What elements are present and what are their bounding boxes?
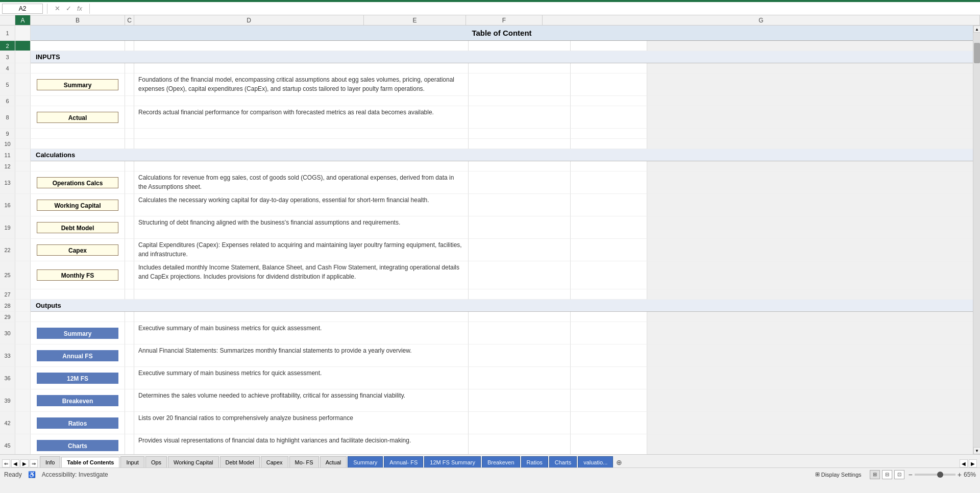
tab-actual[interactable]: Actual — [320, 456, 347, 467]
12m-fs-button[interactable]: 12M FS — [37, 373, 118, 384]
cell-a2[interactable] — [15, 41, 31, 51]
add-sheet-button[interactable]: ⊕ — [614, 457, 624, 467]
zoom-out-button[interactable]: − — [909, 471, 913, 479]
confirm-icon[interactable]: ✓ — [64, 5, 73, 12]
scrollbar-track[interactable] — [973, 33, 980, 447]
cell-b19[interactable]: Debt Model — [31, 216, 125, 239]
tab-charts[interactable]: Charts — [549, 456, 577, 467]
cell-b16[interactable]: Working Capital — [31, 194, 125, 216]
row-working-capital: 16 Working Capital Calculates the necess… — [0, 194, 973, 216]
tab-first-button[interactable]: ⇐ — [2, 459, 10, 467]
cell-b5[interactable]: Summary — [31, 73, 125, 96]
ratios-button[interactable]: Ratios — [37, 417, 118, 429]
zoom-in-button[interactable]: + — [958, 471, 962, 479]
row-actual-inputs: 8 Actual Records actual financial perfor… — [0, 106, 973, 129]
scroll-down-button[interactable]: ▼ — [973, 447, 980, 454]
tab-debt-model[interactable]: Debt Model — [220, 456, 260, 467]
vertical-scrollbar[interactable]: ▲ ▼ — [973, 26, 980, 454]
cell-b30[interactable]: Summary — [31, 322, 125, 344]
cell-b22[interactable]: Capex — [31, 239, 125, 261]
cell-f4 — [571, 63, 647, 73]
col-header-g[interactable]: G — [543, 15, 980, 25]
cell-f36 — [571, 367, 647, 389]
row-num-2: 2 — [0, 41, 15, 51]
tab-ops[interactable]: Ops — [145, 456, 167, 467]
scrollbar-thumb[interactable] — [974, 43, 980, 63]
tab-ratios[interactable]: Ratios — [521, 456, 548, 467]
accessibility-text[interactable]: Accessibility: Investigate — [42, 471, 108, 478]
cell-b39[interactable]: Breakeven — [31, 389, 125, 412]
zoom-slider-thumb[interactable] — [937, 472, 943, 478]
cell-b9 — [31, 129, 125, 139]
capex-button[interactable]: Capex — [37, 244, 118, 256]
charts-button[interactable]: Charts — [37, 440, 118, 451]
cell-f30 — [571, 322, 647, 344]
annual-fs-button[interactable]: Annual FS — [37, 350, 118, 361]
col-header-b[interactable]: B — [31, 15, 125, 25]
cancel-icon[interactable]: ✕ — [53, 5, 62, 12]
cell-a13 — [15, 171, 31, 194]
summary-inputs-button[interactable]: Summary — [37, 79, 118, 90]
row-num-6: 6 — [0, 96, 15, 106]
tab-next-button[interactable]: ▶ — [20, 459, 29, 467]
debt-model-button[interactable]: Debt Model — [37, 222, 118, 233]
monthly-fs-button[interactable]: Monthly FS — [37, 269, 118, 281]
cell-f19 — [571, 216, 647, 239]
cell-b8[interactable]: Actual — [31, 106, 125, 129]
tab-annual-fs[interactable]: Annual- FS — [384, 456, 423, 467]
breakeven-button[interactable]: Breakeven — [37, 395, 118, 406]
tab-prev-button[interactable]: ◀ — [11, 459, 19, 467]
scroll-up-button[interactable]: ▲ — [973, 26, 980, 33]
zoom-level[interactable]: 65% — [964, 471, 976, 478]
actual-inputs-button[interactable]: Actual — [37, 112, 118, 123]
cell-d30: Executive summary of main business metri… — [134, 322, 469, 344]
tab-valuation[interactable]: valuatio... — [578, 456, 613, 467]
col-header-f[interactable]: F — [466, 15, 543, 25]
zoom-slider[interactable] — [915, 474, 955, 476]
page-layout-button[interactable]: ⊟ — [882, 470, 892, 479]
summary-outputs-button[interactable]: Summary — [37, 328, 118, 339]
cell-b42[interactable]: Ratios — [31, 412, 125, 434]
tab-table-of-contents[interactable]: Table of Contents — [61, 457, 119, 467]
tab-last-button[interactable]: ⇒ — [30, 459, 38, 467]
cell-g9 — [647, 129, 973, 139]
name-box[interactable] — [2, 4, 43, 14]
cell-b45[interactable]: Charts — [31, 434, 125, 454]
ops-calcs-button[interactable]: Operations Calcs — [37, 177, 118, 188]
cell-b13[interactable]: Operations Calcs — [31, 171, 125, 194]
normal-view-button[interactable]: ⊞ — [870, 470, 880, 479]
function-icon[interactable]: fx — [75, 5, 84, 12]
display-settings-icon: ⊞ — [815, 471, 820, 478]
row-num-16: 16 — [0, 194, 15, 216]
page-break-button[interactable]: ⊡ — [894, 470, 904, 479]
cell-d45: Provides visual representations of finan… — [134, 434, 469, 454]
formula-input[interactable] — [92, 5, 978, 12]
cell-c29 — [125, 312, 134, 322]
cell-b33[interactable]: Annual FS — [31, 344, 125, 367]
column-headers: A B C D E F G — [0, 15, 980, 26]
tab-working-capital[interactable]: Working Capital — [168, 456, 218, 467]
working-capital-button[interactable]: Working Capital — [37, 200, 118, 211]
col-header-a[interactable]: A — [15, 15, 31, 25]
display-settings-button[interactable]: ⊞ Display Settings — [811, 471, 866, 478]
row-capex: 22 Capex Capital Expenditures (Capex): E… — [0, 239, 973, 261]
tab-scroll-right[interactable]: ▶ — [969, 459, 977, 467]
tab-scroll-left[interactable]: ◀ — [960, 459, 968, 467]
tab-mo-fs[interactable]: Mo- FS — [289, 456, 319, 467]
tab-input[interactable]: Input — [120, 456, 144, 467]
cell-f12 — [571, 161, 647, 171]
cell-b36[interactable]: 12M FS — [31, 367, 125, 389]
tab-breakeven[interactable]: Breakeven — [482, 456, 520, 467]
row-breakeven: 39 Breakeven Determines the sales volume… — [0, 389, 973, 412]
col-header-e[interactable]: E — [364, 15, 466, 25]
col-header-c[interactable]: C — [125, 15, 134, 25]
tab-summary[interactable]: Summary — [348, 456, 383, 467]
row-num-5: 5 — [0, 73, 15, 96]
cell-f39 — [571, 389, 647, 412]
cell-b25[interactable]: Monthly FS — [31, 261, 125, 289]
tab-12m-fs-summary[interactable]: 12M FS Summary — [424, 456, 481, 467]
col-header-d[interactable]: D — [134, 15, 364, 25]
spreadsheet-grid: 1 Table of Content 2 3 INPUTS — [0, 26, 973, 454]
tab-info[interactable]: Info — [40, 456, 60, 467]
tab-capex[interactable]: Capex — [261, 456, 288, 467]
